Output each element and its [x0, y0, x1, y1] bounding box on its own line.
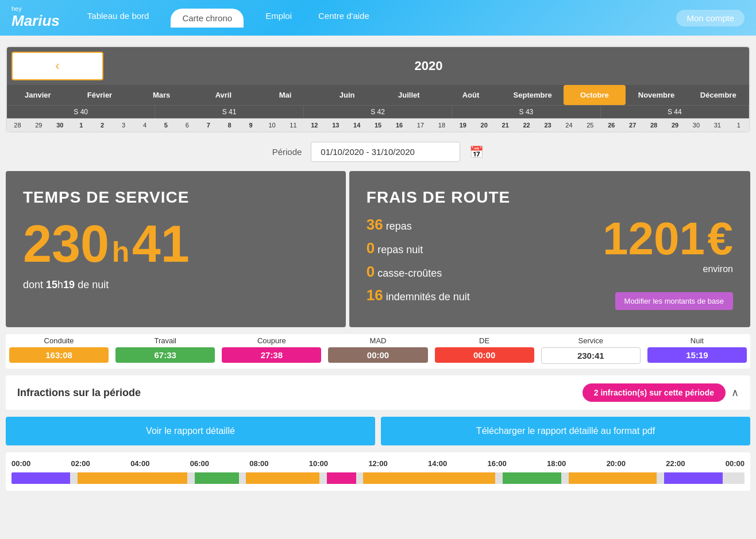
- period-label: Période: [272, 147, 302, 157]
- account-button[interactable]: Mon compte: [676, 10, 745, 26]
- cal-month-feb[interactable]: Février: [69, 85, 131, 105]
- cal-month-jan[interactable]: Janvier: [7, 85, 69, 105]
- cal-day[interactable]: 30: [686, 119, 707, 131]
- temps-service-value: 230 h 41: [23, 218, 329, 270]
- timeline-section: 00:00 02:00 04:00 06:00 08:00 10:00 12:0…: [6, 452, 750, 491]
- tl-seg-7: [503, 472, 561, 484]
- tl-seg-8: [569, 472, 657, 484]
- frais-amount-num: 1201: [603, 213, 705, 264]
- infractions-badge-row: 2 infraction(s) sur cette période ∧: [583, 383, 739, 402]
- frais-item-casse: 0 casse-croûtes: [367, 263, 603, 281]
- de-value: 00:00: [435, 347, 534, 363]
- temps-sub: dont 15h19 de nuit: [23, 279, 329, 291]
- cal-month-jul[interactable]: Juillet: [378, 85, 440, 105]
- cal-day[interactable]: 7: [198, 119, 219, 131]
- pdf-button[interactable]: Télécharger le rapport détaillé au forma…: [381, 417, 750, 445]
- modify-base-button[interactable]: Modifier les montants de base: [615, 292, 733, 310]
- service-label: Service: [541, 336, 641, 345]
- service-value: 230:41: [541, 347, 641, 364]
- cal-month-aug[interactable]: Août: [440, 85, 502, 105]
- cal-day[interactable]: 26: [601, 119, 622, 131]
- cal-day[interactable]: 16: [389, 119, 410, 131]
- time-bars: Conduite 163:08 Travail 67:33 Coupure 27…: [6, 334, 750, 369]
- cal-day[interactable]: 9: [240, 119, 261, 131]
- rapport-button[interactable]: Voir le rapport détaillé: [6, 417, 375, 445]
- cal-day[interactable]: 15: [368, 119, 389, 131]
- cal-day[interactable]: 3: [113, 119, 134, 131]
- nav-carte[interactable]: Carte chrono: [171, 9, 244, 28]
- period-input[interactable]: [311, 142, 460, 162]
- temps-sub-m: 19: [63, 279, 75, 290]
- infractions-label: Infractions sur la période: [17, 387, 141, 399]
- calendar-year-row: ‹ 2020: [7, 47, 749, 85]
- tl-label-11: 22:00: [666, 459, 685, 468]
- nuit-label: Nuit: [647, 336, 747, 345]
- frais-environ: environ: [703, 264, 733, 274]
- calendar-section: ‹ 2020 Janvier Février Mars Avril Mai Ju…: [6, 46, 750, 133]
- coupure-label: Coupure: [222, 336, 321, 345]
- nuit-value: 15:19: [647, 347, 747, 363]
- nav-tableau[interactable]: Tableau de bord: [83, 9, 154, 28]
- cal-day[interactable]: 18: [431, 119, 452, 131]
- cal-day[interactable]: 28: [7, 119, 28, 131]
- cal-week-42: S 42: [304, 106, 452, 118]
- calendar-icon[interactable]: 📅: [469, 145, 484, 159]
- cal-day[interactable]: 24: [558, 119, 580, 131]
- cal-month-nov[interactable]: Novembre: [626, 85, 688, 105]
- cal-day[interactable]: 21: [495, 119, 516, 131]
- time-bar-mad: MAD 00:00: [325, 334, 431, 369]
- frais-item-indemnites: 16 indemnités de nuit: [367, 286, 603, 304]
- cal-day[interactable]: 25: [580, 119, 601, 131]
- cal-day[interactable]: 12: [304, 119, 325, 131]
- cal-day[interactable]: 8: [219, 119, 240, 131]
- frais-route-title: FRAIS DE ROUTE: [367, 188, 733, 207]
- cal-day[interactable]: 22: [516, 119, 537, 131]
- temps-sub-h: 15: [46, 279, 57, 290]
- cal-day[interactable]: 1: [728, 119, 749, 131]
- cal-day[interactable]: 14: [346, 119, 368, 131]
- temps-h-label: h: [112, 236, 130, 268]
- tl-label-1: 02:00: [71, 459, 90, 468]
- frais-big-value: 1201 €: [603, 216, 733, 262]
- cal-day[interactable]: 27: [622, 119, 643, 131]
- cal-month-oct[interactable]: Octobre: [564, 85, 626, 105]
- cal-month-mar[interactable]: Mars: [130, 85, 192, 105]
- cal-day[interactable]: 1: [71, 119, 92, 131]
- conduite-value: 163:08: [9, 347, 109, 363]
- cal-day[interactable]: 20: [473, 119, 495, 131]
- frais-amount: 1201 € environ Modifier les montants de …: [603, 216, 733, 310]
- cal-day[interactable]: 17: [410, 119, 431, 131]
- nav-centre[interactable]: Centre d'aide: [314, 9, 374, 28]
- cal-day[interactable]: 11: [283, 119, 304, 131]
- cal-day[interactable]: 4: [134, 119, 156, 131]
- calendar-prev-button[interactable]: ‹: [11, 52, 103, 80]
- temps-service-title: TEMPS DE SERVICE: [23, 188, 329, 207]
- cal-month-apr[interactable]: Avril: [192, 85, 254, 105]
- cal-day[interactable]: 19: [452, 119, 473, 131]
- coupure-value: 27:38: [222, 347, 321, 363]
- cal-month-may[interactable]: Mai: [254, 85, 317, 105]
- cal-day[interactable]: 30: [49, 119, 71, 131]
- cal-day[interactable]: 29: [665, 119, 686, 131]
- cal-month-dec[interactable]: Décembre: [687, 85, 749, 105]
- cal-day[interactable]: 28: [643, 119, 665, 131]
- logo-marius: Marius: [11, 12, 60, 29]
- chevron-up-icon[interactable]: ∧: [731, 386, 739, 399]
- tl-seg-9: [664, 472, 723, 484]
- cal-day[interactable]: 5: [155, 119, 176, 131]
- frais-indemnites-num: 16: [367, 286, 383, 304]
- tl-seg-5: [327, 472, 356, 484]
- cal-day[interactable]: 29: [28, 119, 49, 131]
- cal-day[interactable]: 13: [325, 119, 346, 131]
- mad-value: 00:00: [328, 347, 427, 363]
- cal-day[interactable]: 31: [707, 119, 728, 131]
- nav-emploi[interactable]: Emploi: [261, 9, 296, 28]
- cal-day[interactable]: 23: [537, 119, 558, 131]
- infractions-badge: 2 infraction(s) sur cette période: [583, 383, 726, 402]
- cal-day[interactable]: 6: [176, 119, 198, 131]
- cal-day[interactable]: 10: [261, 119, 283, 131]
- cal-month-jun[interactable]: Juin: [316, 85, 378, 105]
- cal-day[interactable]: 2: [92, 119, 113, 131]
- tl-seg-6: [363, 472, 495, 484]
- cal-month-sep[interactable]: Septembre: [502, 85, 564, 105]
